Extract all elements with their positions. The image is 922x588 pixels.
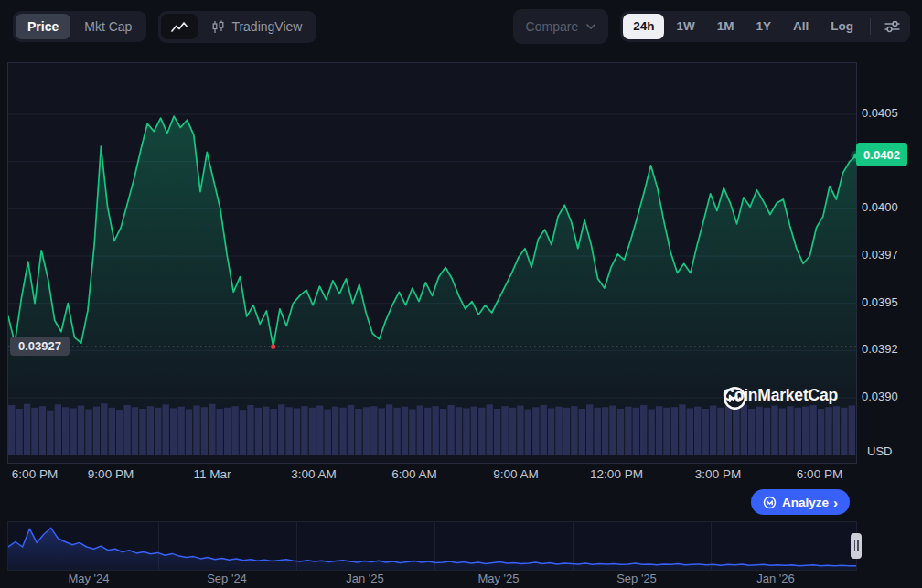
tradingview-label: TradingView <box>231 20 302 33</box>
navigator-date-label: May '24 <box>68 572 109 585</box>
range-log[interactable]: Log <box>820 14 863 39</box>
navigator-date-label: Sep '25 <box>616 572 657 585</box>
price-mktcap-toggle: Price Mkt Cap <box>13 11 146 42</box>
range-1m[interactable]: 1M <box>707 14 745 39</box>
navigator-date-label: Jan '25 <box>346 572 384 585</box>
toolbar-right: Compare 24h1W1M1YAllLog <box>513 9 910 44</box>
navigator-date-label: Sep '24 <box>207 572 247 585</box>
x-axis-label: 11 Mar <box>193 467 230 481</box>
range-24h[interactable]: 24h <box>623 14 664 39</box>
chart-settings-button[interactable] <box>877 15 907 38</box>
line-chart-icon <box>171 20 188 33</box>
x-axis-label: 6:00 AM <box>391 467 437 481</box>
analyze-icon <box>763 496 777 509</box>
mkt-cap-tab[interactable]: Mkt Cap <box>72 14 144 39</box>
analyze-label: Analyze <box>782 496 829 509</box>
x-axis-label: 9:00 AM <box>493 467 539 481</box>
x-axis-label: 6:00 PM <box>797 467 842 481</box>
y-axis-label: 0.0390 <box>862 389 898 405</box>
navigator-date-label: Jan '26 <box>756 572 795 585</box>
coinmarketcap-price-chart-page: Price Mkt Cap TradingView <box>0 0 922 588</box>
y-axis-label: 0.0405 <box>862 105 898 122</box>
navigator-handle[interactable] <box>851 533 862 559</box>
y-axis-label: 0.0397 <box>862 247 898 263</box>
chart-type-toggle: TradingView <box>158 11 316 43</box>
price-tab[interactable]: Price <box>16 14 70 39</box>
y-axis-label: 0.0400 <box>862 199 898 216</box>
range-group: 24h1W1M1YAllLog <box>620 11 910 42</box>
analyze-chevron-icon: › <box>833 495 838 510</box>
toolbar-left: Price Mkt Cap TradingView <box>13 11 316 43</box>
chart-settings-icon <box>884 20 900 33</box>
low-price-label: 0.03927 <box>10 337 70 356</box>
axis-unit-label: USD <box>867 444 892 458</box>
range-all[interactable]: All <box>783 14 819 39</box>
x-axis-label: 9:00 PM <box>88 467 134 481</box>
compare-button[interactable]: Compare <box>513 9 609 44</box>
compare-label: Compare <box>526 19 579 34</box>
y-axis-label: 0.0395 <box>862 294 898 311</box>
range-divider <box>870 18 871 35</box>
coinmarketcap-logo-icon <box>723 386 747 411</box>
current-price-badge: 0.0402 <box>856 143 907 166</box>
candlestick-icon <box>211 20 225 34</box>
x-axis-label: 6:00 PM <box>12 467 58 481</box>
price-axis: 0.04050.04020.04000.03970.03950.03920.03… <box>862 62 917 462</box>
line-chart-button[interactable] <box>161 14 198 39</box>
tradingview-button[interactable]: TradingView <box>199 14 314 40</box>
x-axis-label: 3:00 PM <box>695 467 741 481</box>
time-axis: 6:00 PM9:00 PM11 Mar3:00 AM6:00 AM9:00 A… <box>7 467 855 484</box>
coinmarketcap-watermark: CoinMarketCap <box>723 386 838 405</box>
range-1y[interactable]: 1Y <box>745 14 781 39</box>
x-axis-label: 12:00 PM <box>590 467 643 481</box>
chart-toolbar: Price Mkt Cap TradingView <box>13 8 910 45</box>
range-buttons: 24h1W1M1YAllLog <box>623 14 863 39</box>
y-axis-label: 0.0392 <box>862 341 898 358</box>
date-range-navigator[interactable] <box>7 521 857 571</box>
navigator-axis: May '24Sep '24Jan '25May '25Sep '25Jan '… <box>7 572 855 586</box>
analyze-button[interactable]: Analyze › <box>751 489 850 515</box>
x-axis-label: 3:00 AM <box>291 467 337 481</box>
navigator-canvas <box>8 522 856 570</box>
price-chart[interactable]: 0.03927 CoinMarketCap <box>7 62 857 464</box>
navigator-date-label: May '25 <box>477 572 519 585</box>
chevron-down-icon <box>586 24 595 29</box>
range-1w[interactable]: 1W <box>666 14 704 39</box>
